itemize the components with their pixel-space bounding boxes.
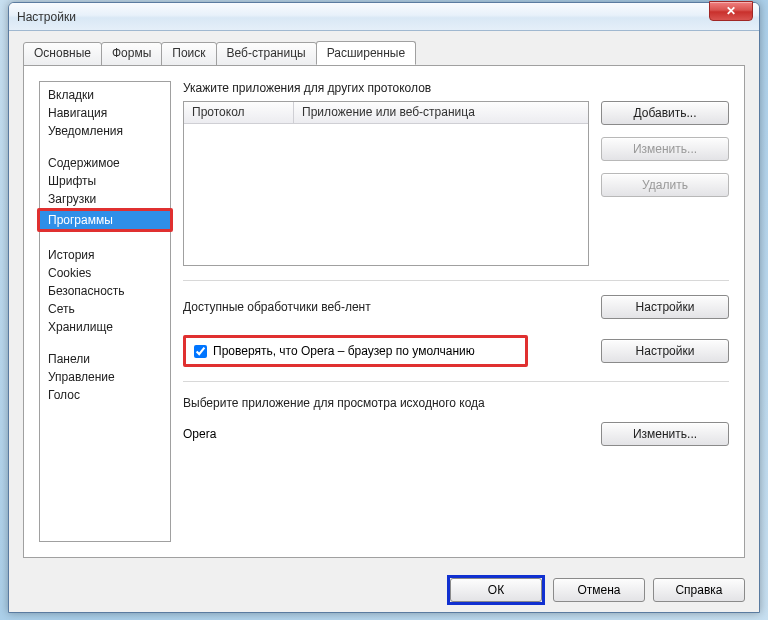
close-icon: ✕ [726,4,736,18]
sidebar-item-network[interactable]: Сеть [40,300,170,318]
default-browser-settings-button[interactable]: Настройки [601,339,729,363]
window-title: Настройки [17,10,76,24]
sidebar-item-programs[interactable]: Программы [40,211,170,229]
sidebar-item-downloads[interactable]: Загрузки [40,190,170,208]
highlight-programs: Программы [37,208,173,232]
sidebar-item-storage[interactable]: Хранилище [40,318,170,336]
titlebar[interactable]: Настройки ✕ [9,3,759,31]
add-button[interactable]: Добавить... [601,101,729,125]
source-viewer-label: Выберите приложение для просмотра исходн… [183,396,729,410]
tab-forms[interactable]: Формы [101,42,162,66]
sidebar-item-voice[interactable]: Голос [40,386,170,404]
sidebar-item-navigation[interactable]: Навигация [40,104,170,122]
sidebar-item-history[interactable]: История [40,246,170,264]
default-browser-checkbox[interactable] [194,345,207,358]
table-header: Протокол Приложение или веб-страница [184,102,588,124]
delete-button[interactable]: Удалить [601,173,729,197]
sidebar-item-content[interactable]: Содержимое [40,154,170,172]
column-protocol[interactable]: Протокол [184,102,294,123]
source-viewer-value: Opera [183,427,216,441]
tab-webpages[interactable]: Веб-страницы [216,42,317,66]
tab-strip: Основные Формы Поиск Веб-страницы Расшир… [23,41,745,65]
source-viewer-change-button[interactable]: Изменить... [601,422,729,446]
sidebar-item-fonts[interactable]: Шрифты [40,172,170,190]
separator [183,280,729,281]
highlight-ok: ОК [447,575,545,605]
cancel-button[interactable]: Отмена [553,578,645,602]
column-application[interactable]: Приложение или веб-страница [294,102,588,123]
tab-panel-advanced: Вкладки Навигация Уведомления Содержимое… [23,65,745,558]
help-button[interactable]: Справка [653,578,745,602]
default-browser-checkbox-row[interactable]: Проверять, что Opera – браузер по умолча… [183,335,528,367]
protocol-buttons: Добавить... Изменить... Удалить [601,101,729,197]
sidebar-item-notifications[interactable]: Уведомления [40,122,170,140]
sidebar-item-panels[interactable]: Панели [40,350,170,368]
settings-window: Настройки ✕ Основные Формы Поиск Веб-стр… [8,2,760,613]
sidebar: Вкладки Навигация Уведомления Содержимое… [39,81,171,542]
main-panel: Укажите приложения для других протоколов… [183,81,729,542]
sidebar-item-tabs[interactable]: Вкладки [40,86,170,104]
default-browser-label: Проверять, что Opera – браузер по умолча… [213,344,475,358]
edit-button[interactable]: Изменить... [601,137,729,161]
sidebar-item-security[interactable]: Безопасность [40,282,170,300]
separator-2 [183,381,729,382]
protocols-label: Укажите приложения для других протоколов [183,81,729,95]
sidebar-item-management[interactable]: Управление [40,368,170,386]
tab-search[interactable]: Поиск [161,42,216,66]
protocols-table[interactable]: Протокол Приложение или веб-страница [183,101,589,266]
feeds-label: Доступные обработчики веб-лент [183,300,371,314]
ok-button[interactable]: ОК [450,578,542,602]
tab-general[interactable]: Основные [23,42,102,66]
sidebar-item-cookies[interactable]: Cookies [40,264,170,282]
close-button[interactable]: ✕ [709,1,753,21]
tab-advanced[interactable]: Расширенные [316,41,417,65]
footer: ОК Отмена Справка [9,568,759,612]
feeds-settings-button[interactable]: Настройки [601,295,729,319]
content-area: Основные Формы Поиск Веб-страницы Расшир… [9,31,759,568]
